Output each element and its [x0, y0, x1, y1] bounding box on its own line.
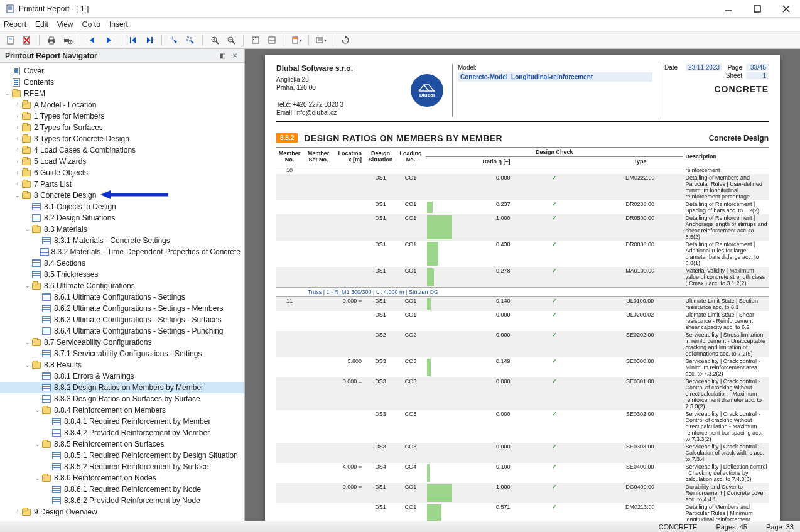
- tree-item[interactable]: Contents: [0, 77, 244, 88]
- tree-item[interactable]: 8.8.4.2 Provided Reinforcement by Member: [0, 427, 244, 438]
- tree-item[interactable]: ›1 Types for Members: [0, 111, 244, 122]
- table-row: 110.000 =DS1CO10.140✓UL0100.00Ultimate L…: [276, 296, 769, 311]
- chevron-icon[interactable]: ›: [14, 170, 21, 176]
- tree-item[interactable]: ›7 Parts List: [0, 178, 244, 190]
- tree-item[interactable]: 8.8.4.1 Required Reinforcement by Member: [0, 416, 244, 427]
- menu-insert[interactable]: Insert: [109, 20, 128, 29]
- tree-item[interactable]: 8.8.2 Design Ratios on Members by Member: [0, 382, 244, 393]
- tree-item[interactable]: 8.8.6.1 Required Reinforcement by Node: [0, 484, 244, 495]
- layout-1-icon[interactable]: [249, 33, 262, 47]
- navigator-tree[interactable]: CoverContents⌄RFEM›A Model - Location›1 …: [0, 63, 244, 521]
- tree-item[interactable]: 8.8.3 Design Ratios on Surfaces by Surfa…: [0, 393, 244, 404]
- chevron-icon[interactable]: ›: [14, 124, 21, 131]
- menu-view[interactable]: View: [57, 20, 73, 29]
- tree-item[interactable]: 8.6.2 Ultimate Configurations - Settings…: [0, 303, 244, 314]
- navigator-float-icon[interactable]: ◧: [218, 52, 227, 60]
- refresh-icon[interactable]: [338, 33, 352, 47]
- menu-report[interactable]: Report: [4, 20, 26, 29]
- company-tel: Tel.č: +420 2272 0320 3: [276, 100, 402, 109]
- table-subheader: Truss | 1 - R_M1 300/300 | L : 4.000 m |…: [276, 287, 769, 296]
- chevron-icon[interactable]: ⌄: [24, 362, 31, 368]
- tree-item[interactable]: ›2 Types for Surfaces: [0, 122, 244, 133]
- tree-item[interactable]: 8.2 Design Situations: [0, 212, 244, 224]
- tree-item[interactable]: ›3 Types for Concrete Design: [0, 133, 244, 144]
- select-icon[interactable]: [167, 33, 181, 47]
- tree-item[interactable]: 8.8.5.2 Required Reinforcement by Surfac…: [0, 461, 244, 472]
- table-row: DS1CO10.571✓DM0213.00Detailing of Member…: [276, 503, 769, 521]
- zoom-out-icon[interactable]: [224, 33, 238, 47]
- nav-next-icon[interactable]: [102, 33, 116, 47]
- table-row: 0.000 =DS3CO30.000✓SE0301.00Serviceabili…: [276, 377, 769, 410]
- chevron-icon[interactable]: ⌄: [34, 407, 41, 413]
- folder-icon: [21, 180, 31, 188]
- tree-item[interactable]: 8.5 Thicknesses: [0, 269, 244, 280]
- chevron-icon[interactable]: ⌄: [34, 475, 41, 481]
- tree-item[interactable]: 8.7.1 Serviceability Configurations - Se…: [0, 348, 244, 359]
- new-report-icon[interactable]: [4, 33, 18, 47]
- chevron-icon[interactable]: ›: [14, 102, 21, 108]
- report-viewer[interactable]: Dlubal Software s.r.o. Anglická 28 Praha…: [245, 49, 800, 521]
- chevron-icon[interactable]: ›: [14, 158, 21, 165]
- chevron-icon[interactable]: ›: [14, 181, 21, 187]
- delete-report-icon[interactable]: [20, 33, 34, 47]
- tree-item[interactable]: ⌄RFEM: [0, 88, 244, 99]
- zoom-in-icon[interactable]: [208, 33, 222, 47]
- print-settings-icon[interactable]: [61, 33, 75, 47]
- tree-item[interactable]: 8.6.1 Ultimate Configurations - Settings: [0, 291, 244, 303]
- tree-item[interactable]: 8.8.5.1 Required Reinforcement by Design…: [0, 450, 244, 461]
- export-icon[interactable]: ▾: [289, 33, 303, 47]
- menu-edit[interactable]: Edit: [35, 20, 48, 29]
- svg-line-35: [232, 41, 235, 44]
- tree-item[interactable]: 8.4 Sections: [0, 258, 244, 269]
- tree-item[interactable]: ›A Model - Location: [0, 99, 244, 111]
- chevron-icon[interactable]: ›: [14, 113, 21, 119]
- model-name: Concrete-Model_Longitudinal-reinforcemen…: [458, 72, 652, 82]
- print-icon[interactable]: [45, 33, 58, 47]
- tree-item[interactable]: ⌄8.8.5 Reinforcement on Surfaces: [0, 438, 244, 450]
- maximize-button[interactable]: [749, 3, 766, 15]
- chevron-icon[interactable]: ›: [14, 136, 21, 142]
- navigator-close-icon[interactable]: ✕: [230, 52, 239, 60]
- tree-item[interactable]: ›4 Load Cases & Combinations: [0, 144, 244, 156]
- tree-item[interactable]: ⌄8.7 Serviceability Configurations: [0, 337, 244, 348]
- minimize-button[interactable]: [720, 3, 737, 15]
- tree-item-label: 8 Concrete Design: [34, 191, 96, 200]
- tree-item[interactable]: ›6 Guide Objects: [0, 167, 244, 178]
- chevron-icon[interactable]: ›: [14, 509, 21, 515]
- tree-item[interactable]: 8.6.4 Ultimate Configurations - Settings…: [0, 325, 244, 337]
- tree-item-label: 8.7.1 Serviceability Configurations - Se…: [54, 349, 202, 358]
- chevron-icon[interactable]: ⌄: [24, 226, 31, 232]
- tree-item[interactable]: ⌄8.3 Materials: [0, 224, 244, 235]
- nav-first-icon[interactable]: [126, 33, 140, 47]
- tree-item[interactable]: 8.3.1 Materials - Concrete Settings: [0, 235, 244, 246]
- chevron-icon[interactable]: ⌄: [4, 90, 11, 97]
- tree-item-label: 5 Load Wizards: [34, 157, 86, 166]
- tree-item[interactable]: 8.8.6.2 Provided Reinforcement by Node: [0, 495, 244, 506]
- grid-icon: [41, 349, 51, 358]
- tree-item[interactable]: ›9 Design Overview: [0, 506, 244, 518]
- tree-item[interactable]: 8.6.3 Ultimate Configurations - Settings…: [0, 314, 244, 325]
- chevron-icon[interactable]: ⌄: [14, 192, 21, 198]
- folder-icon: [31, 338, 41, 347]
- tree-item[interactable]: ⌄8.6 Ultimate Configurations: [0, 280, 244, 291]
- tree-item[interactable]: ⌄8.8.6 Reinforcement on Nodes: [0, 472, 244, 484]
- tree-item[interactable]: 8.3.2 Materials - Time-Dependent Propert…: [0, 246, 244, 258]
- tree-item[interactable]: 8.8.1 Errors & Warnings: [0, 371, 244, 382]
- tree-item[interactable]: 8.1 Objects to Design: [0, 201, 244, 212]
- tree-item[interactable]: ›5 Load Wizards: [0, 156, 244, 167]
- close-button[interactable]: [777, 3, 795, 15]
- chevron-icon[interactable]: ›: [14, 147, 21, 153]
- language-icon[interactable]: ▾: [314, 33, 328, 47]
- nav-last-icon[interactable]: [143, 33, 156, 47]
- chevron-icon[interactable]: ⌄: [34, 441, 41, 447]
- menu-goto[interactable]: Go to: [82, 20, 100, 29]
- nav-prev-icon[interactable]: [85, 33, 99, 47]
- chevron-icon[interactable]: ⌄: [24, 339, 31, 345]
- tree-item[interactable]: ⌄8.8.4 Reinforcement on Members: [0, 404, 244, 416]
- select-find-icon[interactable]: [183, 33, 197, 47]
- tree-item[interactable]: Cover: [0, 65, 244, 77]
- th-member-set: Member Set No.: [303, 147, 334, 166]
- tree-item[interactable]: ⌄8.8 Results: [0, 359, 244, 371]
- layout-2-icon[interactable]: [265, 33, 279, 47]
- chevron-icon[interactable]: ⌄: [24, 283, 31, 289]
